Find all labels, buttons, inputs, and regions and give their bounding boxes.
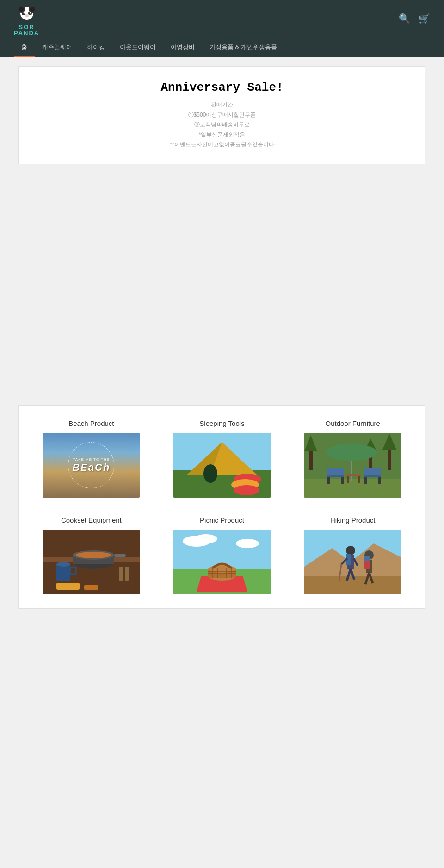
svg-point-10 [30, 7, 35, 12]
sale-line3: ②고객님의배송비무료 [28, 120, 416, 130]
sale-title: Anniversary Sale! [28, 81, 416, 94]
svg-rect-50 [119, 567, 123, 581]
products-grid-2: Cookset Equipment [33, 516, 411, 594]
svg-rect-32 [341, 477, 344, 484]
svg-rect-38 [347, 476, 349, 483]
product-title-cookset: Cookset Equipment [61, 516, 122, 524]
product-title-hiking: Hiking Product [330, 516, 376, 524]
svg-rect-34 [364, 468, 381, 475]
nav-item-casual[interactable]: 캐주얼웨어 [35, 37, 80, 57]
product-card-beach[interactable]: Beach Product TAKE ME TO THE BEaCh [33, 419, 150, 498]
nav-item-hiking[interactable]: 하이킹 [80, 37, 112, 57]
products-section-1: Beach Product TAKE ME TO THE BEaCh Sleep… [18, 405, 426, 609]
sale-banner: Anniversary Sale! 판매기간 ①$500이상구매시할인쿠폰 ②고… [18, 66, 426, 164]
product-title-picnic: Picnic Product [200, 516, 244, 524]
sale-line5: **이벤트는사전예고없이종료될수있습니다 [28, 140, 416, 150]
nav-item-home[interactable]: 홈 [14, 37, 35, 57]
svg-point-9 [19, 7, 24, 12]
search-icon[interactable]: 🔍 [399, 13, 410, 24]
hiking-image [304, 530, 401, 594]
svg-point-5 [23, 12, 25, 14]
svg-rect-30 [327, 468, 344, 475]
svg-rect-52 [56, 583, 80, 590]
beach-overlay-big: BEaCh [72, 461, 110, 473]
svg-point-57 [236, 539, 259, 548]
svg-rect-33 [364, 475, 381, 477]
svg-rect-84 [364, 556, 370, 561]
header-icons: 🔍 🛒 [399, 13, 430, 24]
nav-item-camping[interactable]: 야영장비 [163, 37, 202, 57]
svg-point-56 [194, 534, 217, 543]
logo[interactable]: SOR PANDA [14, 1, 39, 36]
panda-icon [15, 1, 38, 24]
cookset-image [43, 530, 140, 594]
nav-item-home-personal[interactable]: 가정용품 & 개인위생용품 [202, 37, 284, 57]
svg-rect-29 [327, 475, 344, 477]
header: SOR PANDA 🔍 🛒 [0, 0, 444, 37]
content-spacer [18, 174, 426, 405]
svg-rect-47 [56, 564, 70, 581]
product-card-outdoor[interactable]: Outdoor Furniture [294, 419, 411, 498]
cart-icon[interactable]: 🛒 [419, 13, 430, 24]
logo-text-bottom: PANDA [14, 30, 39, 36]
svg-rect-26 [304, 479, 401, 498]
beach-overlay-small: TAKE ME TO THE [72, 457, 110, 461]
sale-line4: *일부상품제외적용 [28, 130, 416, 140]
product-card-sleeping[interactable]: Sleeping Tools [164, 419, 281, 498]
svg-point-8 [25, 15, 28, 17]
sale-line2: ①$500이상구매시할인쿠폰 [28, 110, 416, 120]
sleeping-image [173, 433, 271, 498]
svg-rect-53 [84, 585, 98, 590]
svg-rect-39 [358, 476, 360, 483]
product-card-hiking[interactable]: Hiking Product [294, 516, 411, 594]
product-card-cookset[interactable]: Cookset Equipment [33, 516, 150, 594]
product-title-sleeping: Sleeping Tools [199, 419, 244, 427]
product-title-beach: Beach Product [68, 419, 114, 427]
svg-point-18 [234, 485, 259, 495]
svg-rect-36 [378, 477, 381, 484]
svg-point-6 [30, 12, 31, 14]
svg-rect-35 [364, 477, 367, 484]
svg-point-49 [56, 562, 70, 567]
navigation: 홈 캐주얼웨어 하이킹 아웃도어웨어 야영장비 가정용품 & 개인위생용품 [0, 37, 444, 57]
svg-point-28 [326, 444, 377, 461]
product-title-outdoor: Outdoor Furniture [325, 419, 380, 427]
nav-item-outdoor[interactable]: 아웃도어웨어 [112, 37, 163, 57]
beach-image: TAKE ME TO THE BEaCh [43, 433, 140, 498]
svg-point-15 [204, 464, 217, 483]
svg-rect-31 [327, 477, 330, 484]
main-content: Anniversary Sale! 판매기간 ①$500이상구매시할인쿠폰 ②고… [0, 57, 444, 627]
svg-point-45 [76, 552, 111, 558]
svg-rect-46 [114, 554, 126, 557]
svg-rect-37 [345, 474, 361, 476]
picnic-image [173, 530, 271, 594]
sale-line1: 판매기간 [28, 100, 416, 110]
products-grid-1: Beach Product TAKE ME TO THE BEaCh Sleep… [33, 419, 411, 498]
svg-rect-51 [125, 567, 129, 581]
outdoor-image [304, 433, 401, 498]
product-card-picnic[interactable]: Picnic Product [164, 516, 281, 594]
